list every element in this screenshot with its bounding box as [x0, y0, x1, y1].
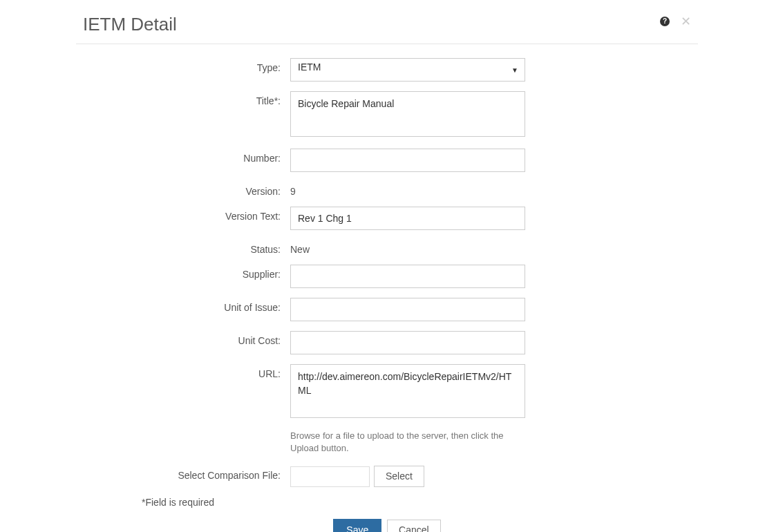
unit-cost-input[interactable]: [290, 331, 525, 354]
file-picker-row: Select: [290, 466, 525, 487]
help-icon[interactable]: ?: [660, 17, 670, 26]
row-file: Select Comparison File: Select: [76, 466, 698, 487]
label-title: Title*:: [76, 91, 290, 106]
number-input[interactable]: [290, 149, 525, 172]
supplier-input[interactable]: [290, 265, 525, 288]
version-text-input[interactable]: [290, 207, 525, 230]
close-icon[interactable]: ✕: [681, 15, 691, 28]
label-number: Number:: [76, 149, 290, 164]
form-body: Type: IETM Title*: Number: Version: 9: [76, 44, 698, 532]
row-number: Number:: [76, 149, 698, 172]
url-input[interactable]: [290, 364, 525, 418]
ietm-detail-modal: IETM Detail ? ✕ Type: IETM Title*: Numbe…: [76, 0, 698, 532]
row-unit-cost: Unit Cost:: [76, 331, 698, 354]
modal-title: IETM Detail: [83, 14, 660, 35]
label-version: Version:: [76, 182, 290, 197]
row-version: Version: 9: [76, 182, 698, 197]
header-icons: ? ✕: [660, 15, 691, 28]
type-select-wrap: IETM: [290, 58, 525, 82]
required-note: *Field is required: [142, 497, 698, 508]
row-url: URL:: [76, 364, 698, 420]
label-status: Status:: [76, 240, 290, 255]
save-button[interactable]: Save: [333, 519, 381, 532]
row-status: Status: New: [76, 240, 698, 255]
file-name-box: [290, 466, 370, 487]
button-row: Save Cancel: [76, 519, 698, 532]
row-file-hint: Browse for a file to upload to the serve…: [76, 430, 698, 462]
label-supplier: Supplier:: [76, 265, 290, 280]
label-type: Type:: [76, 58, 290, 73]
type-select[interactable]: IETM: [290, 58, 525, 82]
row-unit-of-issue: Unit of Issue:: [76, 298, 698, 321]
label-file: Select Comparison File:: [76, 466, 290, 481]
label-url: URL:: [76, 364, 290, 379]
title-input[interactable]: [290, 91, 525, 137]
label-unit-of-issue: Unit of Issue:: [76, 298, 290, 313]
row-title: Title*:: [76, 91, 698, 139]
row-version-text: Version Text:: [76, 207, 698, 230]
version-value: 9: [290, 182, 525, 197]
unit-of-issue-input[interactable]: [290, 298, 525, 321]
row-type: Type: IETM: [76, 58, 698, 82]
cancel-button[interactable]: Cancel: [387, 520, 441, 532]
select-file-button[interactable]: Select: [374, 466, 424, 487]
status-value: New: [290, 240, 525, 255]
file-upload-hint: Browse for a file to upload to the serve…: [290, 430, 525, 455]
label-unit-cost: Unit Cost:: [76, 331, 290, 346]
row-supplier: Supplier:: [76, 265, 698, 288]
modal-header: IETM Detail ? ✕: [76, 10, 698, 44]
label-version-text: Version Text:: [76, 207, 290, 222]
